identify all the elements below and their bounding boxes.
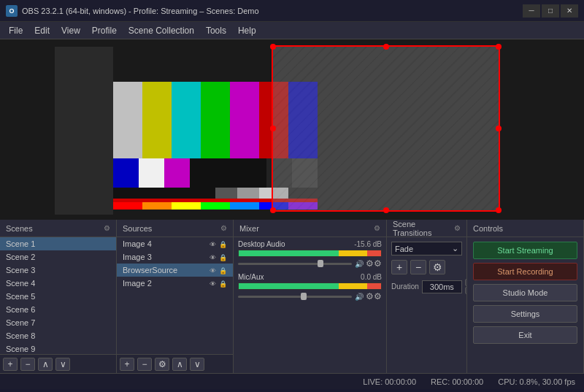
svg-rect-19 xyxy=(113,202,142,210)
controls-title: Controls xyxy=(473,224,503,233)
transition-select[interactable]: Fade ⌄ xyxy=(391,242,462,255)
sources-menu-icon[interactable]: ⚙ xyxy=(220,224,227,232)
source-settings-button[interactable]: ⚙ xyxy=(155,358,169,371)
panel-headers: Scenes ⚙ Sources ⚙ Mixer ⚙ Scene Transit… xyxy=(0,220,584,237)
scene-down-button[interactable]: ∨ xyxy=(55,358,70,371)
svg-rect-2 xyxy=(172,82,201,158)
svg-rect-9 xyxy=(164,158,190,188)
transitions-menu-icon[interactable]: ⚙ xyxy=(454,224,461,232)
menu-view[interactable]: View xyxy=(55,22,86,39)
svg-rect-3 xyxy=(201,82,230,158)
scene-item[interactable]: Scene 3 xyxy=(0,264,116,277)
studio-mode-button[interactable]: Studio Mode xyxy=(473,284,577,301)
scene-list: Scene 1 Scene 2 Scene 3 Scene 4 Scene 5 … xyxy=(0,237,116,354)
add-source-button[interactable]: + xyxy=(120,358,134,371)
add-scene-button[interactable]: + xyxy=(3,358,18,371)
svg-rect-0 xyxy=(113,82,142,158)
desktop-audio-meter xyxy=(238,250,382,257)
visibility-icon[interactable] xyxy=(210,240,216,248)
source-item[interactable]: Image 2 xyxy=(117,277,233,290)
mixer-panel: Desktop Audio -15.6 dB xyxy=(234,237,387,373)
scene-item[interactable]: Scene 7 xyxy=(0,316,116,329)
transitions-content: Fade ⌄ + − ⚙ Duration ▲ ▼ xyxy=(387,237,466,299)
svg-rect-22 xyxy=(201,202,230,210)
remove-transition-button[interactable]: − xyxy=(410,260,426,274)
remove-scene-button[interactable]: − xyxy=(20,358,35,371)
menu-file[interactable]: File xyxy=(3,22,28,39)
app-icon: O xyxy=(6,5,18,17)
track-db: -15.6 dB xyxy=(354,240,382,248)
mixer-title: Mixer xyxy=(239,224,259,233)
mixer-content: Desktop Audio -15.6 dB xyxy=(234,237,386,373)
scene-item[interactable]: Scene 4 xyxy=(0,277,116,290)
rec-status: REC: 00:00:00 xyxy=(431,377,483,386)
svg-rect-8 xyxy=(139,158,164,188)
scene-item[interactable]: Scene 2 xyxy=(0,250,116,264)
lock-icon[interactable] xyxy=(219,253,227,261)
fader-thumb xyxy=(301,293,307,300)
transitions-panel: Fade ⌄ + − ⚙ Duration ▲ ▼ xyxy=(387,237,467,373)
source-item[interactable]: Image 4 xyxy=(117,237,233,250)
status-bar: LIVE: 00:00:00 REC: 00:00:00 CPU: 0.8%, … xyxy=(0,373,584,389)
svg-rect-1 xyxy=(142,82,172,158)
menu-edit[interactable]: Edit xyxy=(28,22,55,39)
start-recording-button[interactable]: Start Recording xyxy=(473,263,577,280)
lock-icon[interactable] xyxy=(219,240,227,248)
source-item[interactable]: BrowserSource xyxy=(117,264,233,277)
audio-settings-icon[interactable]: ⚙ xyxy=(366,291,382,301)
settings-button[interactable]: Settings xyxy=(473,305,577,323)
svg-rect-4 xyxy=(230,82,259,158)
sources-panel: Image 4 Image 3 BrowserSource xyxy=(117,237,234,373)
minimize-button[interactable]: ─ xyxy=(523,4,540,18)
lock-icon[interactable] xyxy=(219,266,227,274)
visibility-icon[interactable] xyxy=(210,253,216,261)
desktop-fader[interactable] xyxy=(238,263,352,265)
maximize-button[interactable]: □ xyxy=(542,4,559,18)
title-bar: O OBS 23.2.1 (64-bit, windows) - Profile… xyxy=(0,0,584,22)
scene-item[interactable]: Scene 1 xyxy=(0,237,116,250)
title-bar-controls: ─ □ ✕ xyxy=(523,4,578,18)
menu-tools[interactable]: Tools xyxy=(200,22,232,39)
mic-aux-meter xyxy=(238,283,382,290)
scene-item[interactable]: Scene 9 xyxy=(0,342,116,354)
lock-icon[interactable] xyxy=(219,280,227,288)
visibility-icon[interactable] xyxy=(210,280,216,288)
close-button[interactable]: ✕ xyxy=(561,4,578,18)
desktop-audio-track: Desktop Audio -15.6 dB xyxy=(238,240,382,269)
start-streaming-button[interactable]: Start Streaming xyxy=(473,242,577,259)
transition-value: Fade xyxy=(395,245,413,253)
title-bar-left: O OBS 23.2.1 (64-bit, windows) - Profile… xyxy=(6,5,259,17)
scene-item[interactable]: Scene 6 xyxy=(0,303,116,316)
scenes-title: Scenes xyxy=(6,224,33,233)
audio-settings-icon[interactable]: ⚙ xyxy=(366,258,382,269)
visibility-icon[interactable] xyxy=(210,266,216,274)
mute-icon[interactable] xyxy=(355,291,364,301)
mute-icon[interactable] xyxy=(355,258,364,269)
sources-title: Sources xyxy=(123,224,152,233)
scene-up-button[interactable]: ∧ xyxy=(38,358,53,371)
exit-button[interactable]: Exit xyxy=(473,326,577,344)
remove-source-button[interactable]: − xyxy=(137,358,152,371)
transition-settings-button[interactable]: ⚙ xyxy=(429,260,445,274)
mixer-menu-icon[interactable]: ⚙ xyxy=(374,224,380,232)
add-transition-button[interactable]: + xyxy=(391,260,407,274)
scene-item[interactable]: Scene 5 xyxy=(0,290,116,303)
source-up-button[interactable]: ∧ xyxy=(172,358,187,371)
scenes-header: Scenes ⚙ xyxy=(0,220,117,237)
menu-profile[interactable]: Profile xyxy=(86,22,123,39)
live-status: LIVE: 00:00:00 xyxy=(363,377,416,386)
scenes-menu-icon[interactable]: ⚙ xyxy=(104,224,110,232)
duration-input[interactable] xyxy=(422,280,462,293)
menu-scene-collection[interactable]: Scene Collection xyxy=(123,22,200,39)
svg-rect-10 xyxy=(190,158,241,188)
menu-help[interactable]: Help xyxy=(232,22,262,39)
duration-row: Duration ▲ ▼ xyxy=(391,279,462,294)
source-item[interactable]: Image 3 xyxy=(117,250,233,264)
panels-row: Scene 1 Scene 2 Scene 3 Scene 4 Scene 5 … xyxy=(0,237,584,373)
sources-toolbar: + − ⚙ ∧ ∨ xyxy=(117,354,233,373)
transitions-header: Scene Transitions ⚙ xyxy=(387,220,467,237)
menu-bar: File Edit View Profile Scene Collection … xyxy=(0,22,584,39)
scene-item[interactable]: Scene 8 xyxy=(0,329,116,342)
source-down-button[interactable]: ∨ xyxy=(190,358,204,371)
mic-fader[interactable] xyxy=(238,296,352,298)
